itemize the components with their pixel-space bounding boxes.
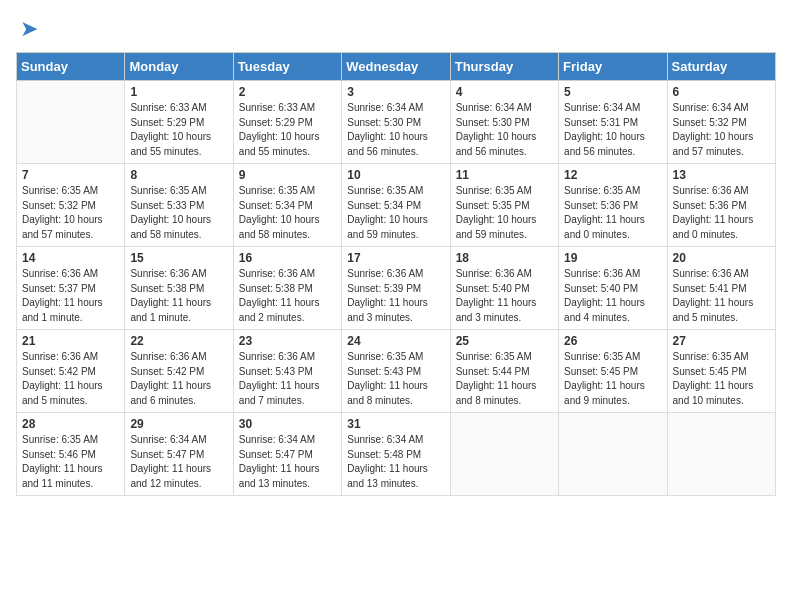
calendar-cell: 14Sunrise: 6:36 AM Sunset: 5:37 PM Dayli… — [17, 247, 125, 330]
weekday-header: Wednesday — [342, 53, 450, 81]
day-number: 6 — [673, 85, 770, 99]
weekday-header: Sunday — [17, 53, 125, 81]
weekday-header: Thursday — [450, 53, 558, 81]
calendar-cell: 6Sunrise: 6:34 AM Sunset: 5:32 PM Daylig… — [667, 81, 775, 164]
day-number: 26 — [564, 334, 661, 348]
day-number: 19 — [564, 251, 661, 265]
day-info: Sunrise: 6:36 AM Sunset: 5:38 PM Dayligh… — [130, 267, 227, 325]
day-info: Sunrise: 6:34 AM Sunset: 5:32 PM Dayligh… — [673, 101, 770, 159]
day-number: 27 — [673, 334, 770, 348]
day-info: Sunrise: 6:33 AM Sunset: 5:29 PM Dayligh… — [130, 101, 227, 159]
calendar-cell: 29Sunrise: 6:34 AM Sunset: 5:47 PM Dayli… — [125, 413, 233, 496]
calendar-week-row: 28Sunrise: 6:35 AM Sunset: 5:46 PM Dayli… — [17, 413, 776, 496]
calendar-week-row: 7Sunrise: 6:35 AM Sunset: 5:32 PM Daylig… — [17, 164, 776, 247]
calendar-week-row: 14Sunrise: 6:36 AM Sunset: 5:37 PM Dayli… — [17, 247, 776, 330]
weekday-header: Tuesday — [233, 53, 341, 81]
calendar-header: SundayMondayTuesdayWednesdayThursdayFrid… — [17, 53, 776, 81]
calendar-week-row: 21Sunrise: 6:36 AM Sunset: 5:42 PM Dayli… — [17, 330, 776, 413]
calendar-cell: 12Sunrise: 6:35 AM Sunset: 5:36 PM Dayli… — [559, 164, 667, 247]
day-info: Sunrise: 6:36 AM Sunset: 5:38 PM Dayligh… — [239, 267, 336, 325]
day-number: 11 — [456, 168, 553, 182]
day-info: Sunrise: 6:34 AM Sunset: 5:47 PM Dayligh… — [130, 433, 227, 491]
calendar-cell: 7Sunrise: 6:35 AM Sunset: 5:32 PM Daylig… — [17, 164, 125, 247]
day-info: Sunrise: 6:34 AM Sunset: 5:30 PM Dayligh… — [347, 101, 444, 159]
day-info: Sunrise: 6:36 AM Sunset: 5:42 PM Dayligh… — [130, 350, 227, 408]
calendar-cell: 5Sunrise: 6:34 AM Sunset: 5:31 PM Daylig… — [559, 81, 667, 164]
calendar-cell: 9Sunrise: 6:35 AM Sunset: 5:34 PM Daylig… — [233, 164, 341, 247]
calendar-cell: 15Sunrise: 6:36 AM Sunset: 5:38 PM Dayli… — [125, 247, 233, 330]
day-number: 16 — [239, 251, 336, 265]
calendar-cell: 4Sunrise: 6:34 AM Sunset: 5:30 PM Daylig… — [450, 81, 558, 164]
calendar-cell: 20Sunrise: 6:36 AM Sunset: 5:41 PM Dayli… — [667, 247, 775, 330]
calendar-cell: 24Sunrise: 6:35 AM Sunset: 5:43 PM Dayli… — [342, 330, 450, 413]
day-info: Sunrise: 6:35 AM Sunset: 5:34 PM Dayligh… — [239, 184, 336, 242]
day-info: Sunrise: 6:36 AM Sunset: 5:41 PM Dayligh… — [673, 267, 770, 325]
calendar-cell: 28Sunrise: 6:35 AM Sunset: 5:46 PM Dayli… — [17, 413, 125, 496]
calendar-cell — [17, 81, 125, 164]
day-info: Sunrise: 6:36 AM Sunset: 5:39 PM Dayligh… — [347, 267, 444, 325]
calendar-cell: 3Sunrise: 6:34 AM Sunset: 5:30 PM Daylig… — [342, 81, 450, 164]
day-number: 22 — [130, 334, 227, 348]
logo: ➤ — [16, 16, 38, 42]
day-info: Sunrise: 6:35 AM Sunset: 5:46 PM Dayligh… — [22, 433, 119, 491]
calendar-cell: 31Sunrise: 6:34 AM Sunset: 5:48 PM Dayli… — [342, 413, 450, 496]
weekday-header: Monday — [125, 53, 233, 81]
day-info: Sunrise: 6:34 AM Sunset: 5:48 PM Dayligh… — [347, 433, 444, 491]
calendar-cell: 30Sunrise: 6:34 AM Sunset: 5:47 PM Dayli… — [233, 413, 341, 496]
weekday-header: Friday — [559, 53, 667, 81]
day-number: 18 — [456, 251, 553, 265]
day-info: Sunrise: 6:36 AM Sunset: 5:40 PM Dayligh… — [456, 267, 553, 325]
calendar-cell: 22Sunrise: 6:36 AM Sunset: 5:42 PM Dayli… — [125, 330, 233, 413]
day-number: 1 — [130, 85, 227, 99]
day-number: 5 — [564, 85, 661, 99]
calendar-cell: 13Sunrise: 6:36 AM Sunset: 5:36 PM Dayli… — [667, 164, 775, 247]
day-info: Sunrise: 6:35 AM Sunset: 5:33 PM Dayligh… — [130, 184, 227, 242]
day-info: Sunrise: 6:36 AM Sunset: 5:36 PM Dayligh… — [673, 184, 770, 242]
day-number: 8 — [130, 168, 227, 182]
day-number: 9 — [239, 168, 336, 182]
day-info: Sunrise: 6:34 AM Sunset: 5:31 PM Dayligh… — [564, 101, 661, 159]
day-info: Sunrise: 6:34 AM Sunset: 5:47 PM Dayligh… — [239, 433, 336, 491]
calendar-cell — [667, 413, 775, 496]
calendar-cell: 8Sunrise: 6:35 AM Sunset: 5:33 PM Daylig… — [125, 164, 233, 247]
calendar-cell: 18Sunrise: 6:36 AM Sunset: 5:40 PM Dayli… — [450, 247, 558, 330]
calendar-cell: 16Sunrise: 6:36 AM Sunset: 5:38 PM Dayli… — [233, 247, 341, 330]
calendar-cell: 27Sunrise: 6:35 AM Sunset: 5:45 PM Dayli… — [667, 330, 775, 413]
day-info: Sunrise: 6:35 AM Sunset: 5:32 PM Dayligh… — [22, 184, 119, 242]
day-info: Sunrise: 6:35 AM Sunset: 5:36 PM Dayligh… — [564, 184, 661, 242]
calendar-cell: 1Sunrise: 6:33 AM Sunset: 5:29 PM Daylig… — [125, 81, 233, 164]
day-number: 2 — [239, 85, 336, 99]
day-info: Sunrise: 6:35 AM Sunset: 5:34 PM Dayligh… — [347, 184, 444, 242]
day-info: Sunrise: 6:35 AM Sunset: 5:43 PM Dayligh… — [347, 350, 444, 408]
day-number: 24 — [347, 334, 444, 348]
day-number: 29 — [130, 417, 227, 431]
day-number: 13 — [673, 168, 770, 182]
day-number: 21 — [22, 334, 119, 348]
day-number: 14 — [22, 251, 119, 265]
calendar-cell — [559, 413, 667, 496]
day-number: 12 — [564, 168, 661, 182]
calendar-week-row: 1Sunrise: 6:33 AM Sunset: 5:29 PM Daylig… — [17, 81, 776, 164]
day-number: 17 — [347, 251, 444, 265]
day-info: Sunrise: 6:34 AM Sunset: 5:30 PM Dayligh… — [456, 101, 553, 159]
day-info: Sunrise: 6:35 AM Sunset: 5:45 PM Dayligh… — [564, 350, 661, 408]
day-number: 7 — [22, 168, 119, 182]
day-number: 31 — [347, 417, 444, 431]
calendar-cell: 25Sunrise: 6:35 AM Sunset: 5:44 PM Dayli… — [450, 330, 558, 413]
calendar-cell: 17Sunrise: 6:36 AM Sunset: 5:39 PM Dayli… — [342, 247, 450, 330]
calendar-cell: 10Sunrise: 6:35 AM Sunset: 5:34 PM Dayli… — [342, 164, 450, 247]
day-info: Sunrise: 6:36 AM Sunset: 5:40 PM Dayligh… — [564, 267, 661, 325]
weekday-header: Saturday — [667, 53, 775, 81]
calendar-cell: 21Sunrise: 6:36 AM Sunset: 5:42 PM Dayli… — [17, 330, 125, 413]
day-number: 20 — [673, 251, 770, 265]
day-info: Sunrise: 6:36 AM Sunset: 5:37 PM Dayligh… — [22, 267, 119, 325]
day-number: 10 — [347, 168, 444, 182]
calendar-cell: 11Sunrise: 6:35 AM Sunset: 5:35 PM Dayli… — [450, 164, 558, 247]
day-info: Sunrise: 6:33 AM Sunset: 5:29 PM Dayligh… — [239, 101, 336, 159]
day-info: Sunrise: 6:35 AM Sunset: 5:35 PM Dayligh… — [456, 184, 553, 242]
day-number: 25 — [456, 334, 553, 348]
day-number: 30 — [239, 417, 336, 431]
day-number: 15 — [130, 251, 227, 265]
day-info: Sunrise: 6:36 AM Sunset: 5:42 PM Dayligh… — [22, 350, 119, 408]
calendar-table: SundayMondayTuesdayWednesdayThursdayFrid… — [16, 52, 776, 496]
